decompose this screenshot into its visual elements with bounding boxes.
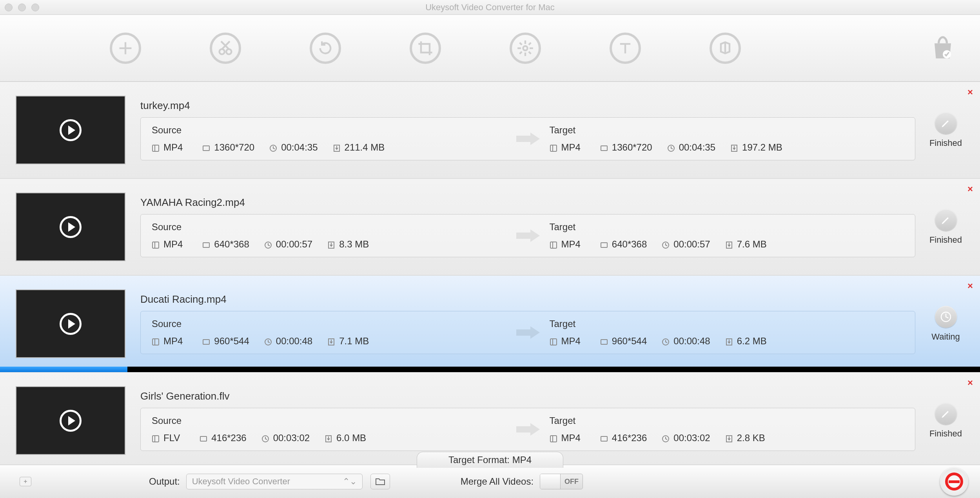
video-row[interactable]: ×YAMAHA Racing2.mp4SourceMP4640*36800:00… [0, 178, 980, 275]
arrow-icon [514, 131, 542, 147]
titlebar: Ukeysoft Video Converter for Mac [0, 0, 980, 15]
filesize-value: 7.1 MB [327, 336, 369, 347]
edit-button[interactable] [935, 112, 957, 134]
clock-icon [935, 306, 957, 328]
resolution-value: 640*368 [202, 239, 249, 250]
resolution-value: 416*236 [200, 433, 246, 443]
svg-line-14 [520, 51, 522, 54]
svg-rect-19 [152, 145, 159, 151]
target-col: TargetMP41360*72000:04:35197.2 MB [550, 125, 904, 153]
duration-value: 00:00:57 [662, 239, 710, 250]
remove-button[interactable]: × [967, 87, 973, 98]
format-value: MP4 [152, 336, 183, 347]
play-icon [60, 410, 82, 432]
arrow-icon [514, 325, 542, 340]
trim-button[interactable] [210, 33, 241, 64]
resolution-value: 960*544 [202, 336, 249, 347]
filename: turkey.mp4 [140, 100, 915, 112]
chevron-updown-icon: ⌃⌄ [343, 476, 357, 487]
filename: Girls' Generation.flv [140, 390, 915, 402]
merge-toggle[interactable]: OFF [540, 474, 583, 489]
source-col: SourceFLV416*23600:03:026.0 MB [152, 415, 506, 443]
merge-label: Merge All Videos: [461, 476, 534, 487]
filesize-value: 197.2 MB [730, 142, 782, 153]
footer-bar: Target Format: MP4 + Output: Ukeysoft Vi… [0, 465, 980, 498]
duration-value: 00:03:02 [261, 433, 310, 443]
resolution-value: 640*368 [600, 239, 647, 250]
video-row[interactable]: ×Girls' Generation.flvSourceFLV416*23600… [0, 372, 980, 465]
text-button[interactable] [610, 33, 641, 64]
svg-rect-39 [601, 243, 607, 247]
video-row[interactable]: ×Ducati Racing.mp4SourceMP4960*54400:00:… [0, 275, 980, 372]
thumbnail[interactable] [16, 96, 125, 164]
format-value: FLV [152, 433, 180, 443]
svg-rect-58 [200, 436, 207, 441]
status-label: Finished [929, 235, 962, 245]
remove-button[interactable]: × [967, 280, 973, 291]
add-small-button[interactable]: + [20, 477, 31, 486]
remove-button[interactable]: × [967, 184, 973, 194]
filesize-value: 6.2 MB [725, 336, 767, 347]
duration-value: 00:04:35 [667, 142, 715, 153]
remove-button[interactable]: × [967, 377, 973, 388]
duration-value: 00:00:48 [264, 336, 312, 347]
info-box: SourceMP41360*72000:04:35211.4 MBTargetM… [140, 117, 915, 160]
svg-line-12 [529, 51, 531, 54]
info-box: SourceFLV416*23600:03:026.0 MBTargetMP44… [140, 408, 915, 451]
svg-rect-51 [601, 340, 607, 344]
svg-rect-25 [550, 145, 557, 151]
svg-rect-31 [152, 242, 159, 248]
svg-rect-27 [601, 146, 607, 151]
arrow-icon [514, 228, 542, 244]
duration-value: 00:00:57 [264, 239, 312, 250]
thumbnail[interactable] [16, 193, 125, 261]
svg-line-13 [529, 42, 531, 45]
duration-value: 00:00:48 [662, 336, 710, 347]
svg-point-6 [523, 46, 528, 50]
toggle-off-label: OFF [561, 478, 583, 486]
format-value: MP4 [550, 239, 581, 250]
output-folder-value: Ukeysoft Video Converter [192, 476, 290, 487]
target-col: TargetMP4416*23600:03:022.8 KB [550, 415, 904, 443]
effects-button[interactable] [510, 33, 541, 64]
edit-button[interactable] [935, 209, 957, 231]
status-label: Finished [929, 138, 962, 148]
svg-line-11 [520, 42, 522, 45]
edit-button[interactable] [935, 403, 957, 425]
filesize-value: 211.4 MB [333, 142, 385, 153]
svg-rect-45 [203, 340, 209, 344]
play-icon [60, 119, 82, 141]
filesize-value: 8.3 MB [327, 239, 369, 250]
svg-rect-56 [152, 436, 159, 442]
resolution-value: 960*544 [600, 336, 647, 347]
resolution-value: 1360*720 [600, 142, 652, 153]
crop-button[interactable] [410, 33, 441, 64]
status-label: Waiting [931, 332, 960, 342]
svg-point-2 [220, 49, 225, 54]
add-file-button[interactable] [110, 33, 141, 64]
toggle-knob [540, 474, 561, 489]
svg-rect-43 [152, 339, 159, 345]
play-icon [60, 313, 82, 335]
svg-rect-49 [550, 339, 557, 345]
audio-button[interactable] [710, 33, 741, 64]
target-format-label[interactable]: Target Format: MP4 [417, 452, 563, 468]
duration-value: 00:04:35 [269, 142, 318, 153]
open-folder-button[interactable] [370, 474, 390, 489]
filesize-value: 7.6 MB [725, 239, 767, 250]
svg-rect-37 [550, 242, 557, 248]
format-value: MP4 [550, 142, 581, 153]
stop-button[interactable] [940, 467, 968, 496]
format-value: MP4 [550, 336, 581, 347]
info-box: SourceMP4640*36800:00:578.3 MBTargetMP46… [140, 214, 915, 257]
rotate-button[interactable] [310, 33, 341, 64]
thumbnail[interactable] [16, 386, 125, 455]
svg-rect-62 [550, 436, 557, 442]
output-folder-select[interactable]: Ukeysoft Video Converter ⌃⌄ [186, 474, 363, 489]
resolution-value: 1360*720 [202, 142, 254, 153]
target-col: TargetMP4640*36800:00:577.6 MB [550, 222, 904, 250]
shop-icon[interactable] [929, 34, 956, 63]
thumbnail[interactable] [16, 289, 125, 358]
svg-point-3 [226, 49, 231, 54]
video-row[interactable]: ×turkey.mp4SourceMP41360*72000:04:35211.… [0, 82, 980, 178]
